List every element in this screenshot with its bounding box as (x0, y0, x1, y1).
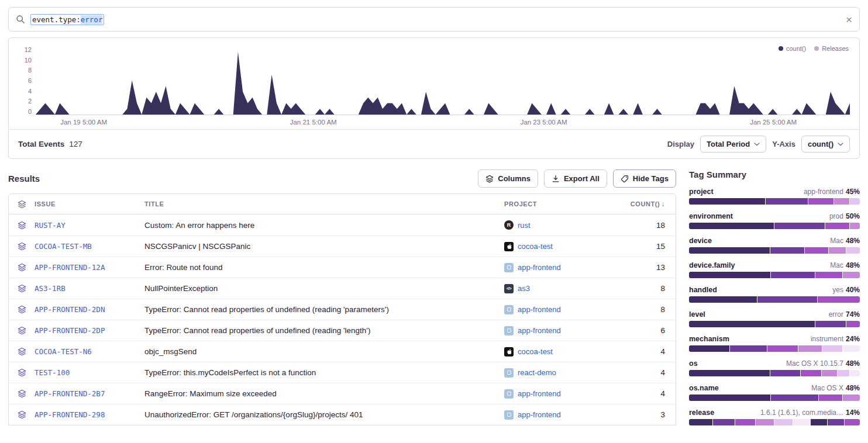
tag-bar-segment[interactable] (834, 198, 849, 205)
project-link[interactable]: app-frontend (504, 305, 624, 314)
tag-bar-segment[interactable] (774, 419, 793, 425)
issue-link[interactable]: APP-FRONTEND-2DP (35, 326, 144, 335)
project-link[interactable]: app-frontend (504, 326, 624, 335)
tag-bar-segment[interactable] (689, 345, 729, 352)
tag-bar-segment[interactable] (801, 370, 821, 376)
tag-bar-segment[interactable] (771, 394, 818, 401)
tag-bar-segment[interactable] (793, 419, 810, 425)
columns-button[interactable]: Columns (478, 169, 538, 188)
tag-bar-segment[interactable] (735, 419, 755, 425)
event-title: NullPointerException (144, 284, 504, 293)
tag-bar-segment[interactable] (819, 394, 842, 401)
tag-bar[interactable] (689, 345, 860, 352)
issue-link[interactable]: RUST-AY (35, 221, 144, 230)
project-link[interactable]: cocoa-test (504, 347, 624, 357)
hide-tags-button[interactable]: Hide Tags (613, 169, 676, 188)
tag-bar-segment[interactable] (818, 296, 860, 303)
frontend-platform-icon (504, 305, 514, 314)
x-tick-label: Jan 25 5:00 AM (750, 119, 797, 126)
tag-bar-segment[interactable] (845, 419, 860, 425)
tag-bar-segment[interactable] (689, 296, 757, 303)
tag-percent: 24% (846, 335, 860, 343)
issue-link[interactable]: COCOA-TEST-MB (35, 242, 144, 251)
tag-bar-segment[interactable] (815, 272, 842, 278)
tag-bar-segment[interactable] (689, 223, 774, 229)
tag-bar-segment[interactable] (689, 419, 712, 425)
tag-bar-segment[interactable] (798, 345, 822, 352)
issue-link[interactable]: APP-FRONTEND-2B7 (35, 389, 144, 398)
export-all-button[interactable]: Export All (544, 169, 607, 188)
tag-bar[interactable] (689, 419, 860, 425)
tag-bar-segment[interactable] (838, 370, 849, 376)
search-bar[interactable]: event.type:error × (8, 7, 860, 32)
tag-bar-segment[interactable] (828, 419, 844, 425)
project-link[interactable]: R rust (504, 220, 624, 230)
tag-bar-segment[interactable] (822, 370, 837, 376)
tag-bar-segment[interactable] (846, 321, 860, 327)
tag-bar-segment[interactable] (825, 223, 849, 229)
tag-bar-segment[interactable] (689, 247, 770, 254)
tag-item: release 1.6.1 (1.6.1), com.media…14% (689, 409, 860, 425)
tag-bar-segment[interactable] (843, 272, 860, 278)
tag-bar-segment[interactable] (774, 223, 825, 229)
tag-bar[interactable] (689, 272, 860, 278)
tag-bar-segment[interactable] (850, 223, 860, 229)
tag-bar-segment[interactable] (756, 419, 774, 425)
tag-bar[interactable] (689, 223, 860, 229)
search-query-token[interactable]: event.type:error (30, 14, 104, 25)
tag-bar-segment[interactable] (767, 345, 798, 352)
events-area-chart[interactable] (36, 46, 850, 115)
tag-bar-segment[interactable] (770, 247, 804, 254)
y-axis-dropdown[interactable]: count() (801, 136, 850, 153)
event-count: 6 (624, 326, 676, 335)
tag-bar-segment[interactable] (689, 394, 770, 401)
issue-link[interactable]: APP-FRONTEND-2DN (35, 305, 144, 314)
tag-bar[interactable] (689, 321, 860, 327)
tag-list: project app-frontend45% environment prod… (689, 188, 860, 425)
project-link[interactable]: app-frontend (504, 263, 624, 272)
issue-link[interactable]: TEST-100 (35, 368, 144, 377)
issue-link[interactable]: APP-FRONTEND-298 (35, 410, 144, 419)
issue-link[interactable]: COCOA-TEST-N6 (35, 347, 144, 356)
tag-bar[interactable] (689, 198, 860, 205)
tag-bar-segment[interactable] (730, 345, 767, 352)
tag-bar-segment[interactable] (689, 198, 765, 205)
clear-search-icon[interactable]: × (846, 14, 852, 25)
tag-bar-segment[interactable] (713, 419, 735, 425)
tag-bar-segment[interactable] (808, 198, 833, 205)
tag-bar-segment[interactable] (771, 272, 815, 278)
tag-item: environment prod50% (689, 212, 860, 229)
tag-bar[interactable] (689, 394, 860, 401)
tag-bar[interactable] (689, 296, 860, 303)
tag-bar-segment[interactable] (850, 370, 860, 376)
tag-bar-segment[interactable] (757, 296, 817, 303)
tag-bar-segment[interactable] (770, 370, 801, 376)
issue-link[interactable]: APP-FRONTEND-12A (35, 263, 144, 272)
tag-bar-segment[interactable] (815, 321, 846, 327)
tag-bar-segment[interactable] (689, 272, 770, 278)
tag-bar-segment[interactable] (689, 321, 815, 327)
tag-bar-segment[interactable] (843, 394, 860, 401)
tag-bar-segment[interactable] (811, 419, 827, 425)
tag-bar-segment[interactable] (805, 247, 828, 254)
tag-bar-segment[interactable] (822, 345, 842, 352)
tag-bar[interactable] (689, 370, 860, 376)
project-link[interactable]: app-frontend (504, 410, 624, 420)
header-count-sort[interactable]: COUNT()↓ (624, 200, 676, 208)
issue-link[interactable]: AS3-1RB (35, 284, 144, 293)
project-link[interactable]: </> as3 (504, 284, 624, 293)
project-link[interactable]: react-demo (504, 368, 624, 378)
tag-bar-segment[interactable] (846, 247, 860, 254)
tag-bar-segment[interactable] (766, 198, 808, 205)
event-title: TypeError: this.myCodeIsPerfect is not a… (144, 368, 504, 377)
tag-bar-segment[interactable] (850, 198, 860, 205)
tag-bar[interactable] (689, 247, 860, 254)
tag-bar-segment[interactable] (829, 247, 846, 254)
x-tick-label: Jan 19 5:00 AM (60, 119, 107, 126)
project-link[interactable]: cocoa-test (504, 242, 624, 251)
tag-bar-segment[interactable] (689, 370, 770, 376)
tag-bar-segment[interactable] (843, 345, 860, 352)
project-link[interactable]: app-frontend (504, 389, 624, 399)
display-dropdown[interactable]: Total Period (700, 136, 766, 153)
project-name: cocoa-test (518, 347, 553, 356)
